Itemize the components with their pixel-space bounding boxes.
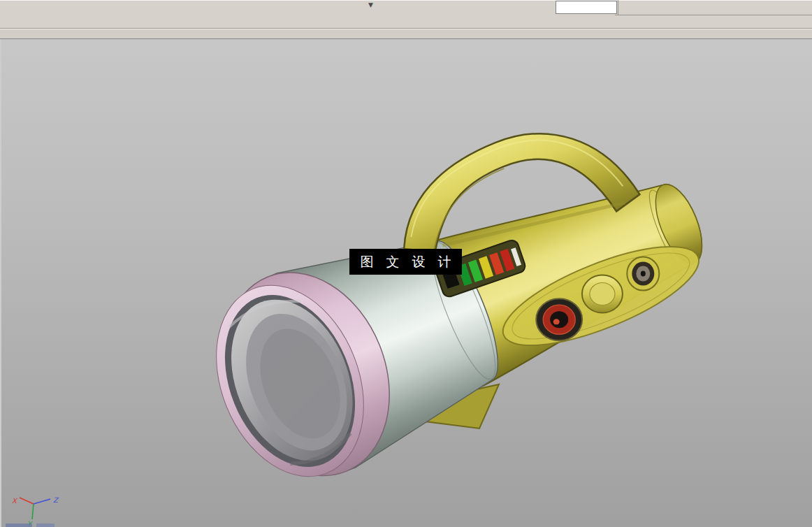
orientation-triad: X Y Z xyxy=(12,496,59,527)
charge-port[interactable] xyxy=(627,257,659,291)
app-window: ▼ xyxy=(0,0,812,527)
triad-x-label: X xyxy=(12,497,18,505)
toolbar-text-field[interactable] xyxy=(556,1,617,14)
flashlight-model[interactable] xyxy=(173,83,735,503)
toolbar-row-3 xyxy=(0,29,812,39)
triad-z-label: Z xyxy=(53,496,59,504)
power-button-center xyxy=(550,311,568,328)
mode-knob[interactable] xyxy=(582,275,623,313)
bottom-edge-artifact xyxy=(36,524,55,527)
toolbar-dropdown-arrow-icon[interactable]: ▼ xyxy=(368,1,373,8)
charge-port-pin xyxy=(641,271,646,277)
toolbar-separator xyxy=(618,0,618,15)
mode-knob-inner xyxy=(590,283,615,305)
power-button-glint xyxy=(553,319,560,324)
toolbar-separator xyxy=(615,15,812,15)
toolbar-row-1 xyxy=(0,0,812,13)
power-button[interactable] xyxy=(536,298,582,340)
triad-x-axis xyxy=(20,498,34,504)
triad-z-axis xyxy=(34,499,50,504)
triad-y-axis xyxy=(32,504,34,519)
watermark: 图 文 设 计 xyxy=(349,249,462,275)
bottom-edge-artifact xyxy=(6,524,32,527)
watermark-text: 图 文 设 计 xyxy=(356,253,455,271)
